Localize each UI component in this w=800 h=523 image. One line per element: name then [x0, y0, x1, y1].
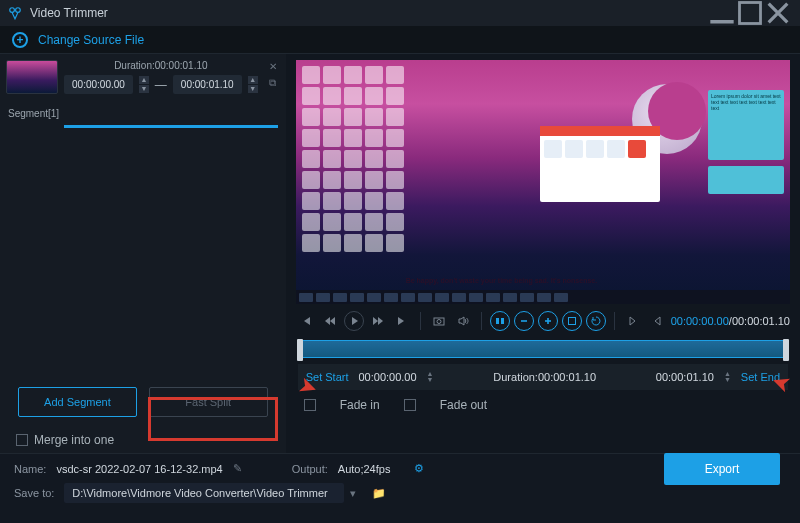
fade-out-label: Fade out [440, 398, 487, 412]
next-frame-icon[interactable] [368, 311, 388, 331]
desktop-icons [302, 66, 402, 276]
volume-icon[interactable] [453, 311, 473, 331]
maximize-button[interactable] [736, 0, 764, 26]
window-title: Video Trimmer [30, 6, 708, 20]
name-label: Name: [14, 463, 46, 475]
segment-start-time[interactable]: 00:00:00.00 [64, 75, 133, 94]
output-settings-icon[interactable]: ⚙ [414, 462, 424, 475]
edit-name-icon[interactable]: ✎ [233, 462, 242, 475]
crop-icon[interactable] [562, 311, 582, 331]
video-preview[interactable]: Lorem ipsum dolor sit amet text text tex… [296, 60, 790, 304]
trim-handle-right[interactable] [783, 339, 789, 361]
save-to-dropdown-icon[interactable]: ▾ [350, 487, 356, 500]
save-to-path[interactable]: D:\Vidmore\Vidmore Video Converter\Video… [64, 483, 344, 503]
reset-icon[interactable] [586, 311, 606, 331]
close-button[interactable] [764, 0, 792, 26]
range-start-stepper[interactable]: ▲▼ [427, 371, 434, 383]
title-bar: Video Trimmer [0, 0, 800, 26]
merge-checkbox[interactable] [16, 434, 28, 446]
svg-rect-11 [568, 318, 575, 325]
total-time: 00:00:01.10 [732, 315, 790, 327]
play-button[interactable] [344, 311, 364, 331]
segment-copy-icon[interactable]: ⧉ [266, 76, 280, 90]
preview-panel: Lorem ipsum dolor sit amet text text tex… [286, 54, 800, 453]
svg-rect-10 [547, 318, 549, 324]
svg-rect-2 [710, 20, 733, 24]
add-source-icon[interactable]: + [12, 32, 28, 48]
current-time: 00:00:00.00 [671, 315, 729, 327]
trim-timeline[interactable] [298, 340, 788, 358]
range-end-value[interactable]: 00:00:01.10 [656, 371, 714, 383]
skip-end-icon[interactable] [392, 311, 412, 331]
save-to-label: Save to: [14, 487, 54, 499]
change-source-link[interactable]: Change Source File [38, 33, 144, 47]
svg-point-5 [437, 320, 441, 324]
svg-point-1 [16, 8, 21, 13]
snapshot-icon[interactable] [429, 311, 449, 331]
range-bar: Set Start 00:00:00.00 ▲▼ Duration:00:00:… [298, 364, 788, 390]
open-folder-icon[interactable]: 📁 [372, 487, 386, 500]
fade-in-checkbox[interactable] [304, 399, 316, 411]
preview-motto-text: Be happy, don't waste your time being sa… [406, 277, 597, 284]
fade-out-checkbox[interactable] [404, 399, 416, 411]
segments-sidebar: Duration:00:00:01.10 00:00:00.00 ▲▼ — 00… [0, 54, 286, 453]
svg-rect-3 [740, 3, 761, 24]
segment-index-label: Segment[1] [0, 106, 286, 121]
segment-row[interactable]: Duration:00:00:01.10 00:00:00.00 ▲▼ — 00… [0, 54, 286, 106]
svg-rect-6 [496, 318, 499, 324]
svg-point-0 [10, 8, 15, 13]
output-value[interactable]: Auto;24fps [338, 463, 391, 475]
start-time-stepper[interactable]: ▲▼ [139, 76, 149, 93]
app-logo-icon [8, 6, 22, 20]
add-segment-button[interactable]: Add Segment [18, 387, 137, 417]
zoom-out-icon[interactable] [514, 311, 534, 331]
range-duration: Duration:00:00:01.10 [444, 371, 646, 383]
end-time-stepper[interactable]: ▲▼ [248, 76, 258, 93]
minimize-button[interactable] [708, 0, 736, 26]
segment-close-icon[interactable]: ✕ [266, 60, 280, 74]
segment-duration-label: Duration:00:00:01.10 [64, 60, 258, 71]
svg-rect-7 [501, 318, 504, 324]
top-bar: + Change Source File [0, 26, 800, 54]
aspect-ratio-icon[interactable] [490, 311, 510, 331]
preview-sticky-note: Lorem ipsum dolor sit amet text text tex… [708, 90, 784, 160]
segment-end-time[interactable]: 00:00:01.10 [173, 75, 242, 94]
trim-handle-left[interactable] [297, 339, 303, 361]
preview-app-window [540, 126, 660, 202]
zoom-in-icon[interactable] [538, 311, 558, 331]
range-end-stepper[interactable]: ▲▼ [724, 371, 731, 383]
fast-split-button[interactable]: Fast Split [149, 387, 268, 417]
name-value: vsdc-sr 2022-02-07 16-12-32.mp4 [56, 463, 222, 475]
mark-out-icon[interactable] [647, 311, 667, 331]
preview-sticky-note-2 [708, 166, 784, 194]
time-dash: — [155, 78, 167, 92]
mark-in-icon[interactable] [623, 311, 643, 331]
output-label: Output: [292, 463, 328, 475]
merge-label: Merge into one [34, 433, 114, 447]
svg-rect-8 [521, 320, 527, 322]
skip-start-icon[interactable] [296, 311, 316, 331]
export-button[interactable]: Export [664, 453, 780, 485]
prev-frame-icon[interactable] [320, 311, 340, 331]
range-start-value[interactable]: 00:00:00.00 [358, 371, 416, 383]
fade-in-label: Fade in [340, 398, 380, 412]
preview-taskbar [296, 290, 790, 304]
playback-controls: 00:00:00.00 / 00:00:01.10 [286, 306, 800, 336]
segment-thumbnail[interactable] [6, 60, 58, 94]
